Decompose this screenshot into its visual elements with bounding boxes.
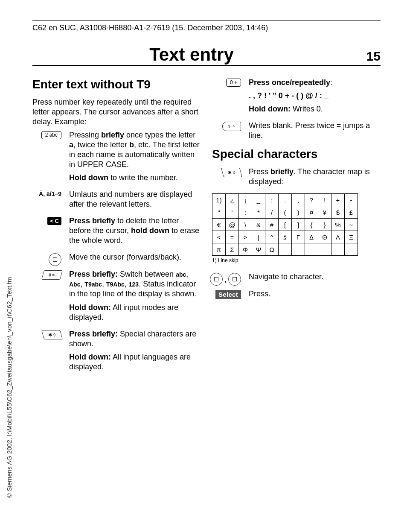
char-cell: Ω (265, 243, 279, 256)
char-cell: / (265, 206, 279, 219)
char-cell: ] (292, 219, 305, 231)
char-cell: & (252, 219, 265, 231)
char-cell: ~ (345, 219, 358, 231)
page-title: Text entry (32, 44, 351, 65)
row-1: Writes blank. Press twice = jumps a line… (249, 121, 381, 140)
row-umlaut: Umlauts and numbers are displayed after … (69, 190, 201, 209)
row-hash-1: Press briefly: Switch between abc, Abc, … (69, 269, 201, 299)
key-1: 1 ⚬ (222, 122, 241, 131)
char-table: 1)¿¡_;.,?!+-"':*/()¤¥$£€@\&#[]{}%~<=>|^§… (212, 193, 358, 256)
char-cell: 1) (212, 194, 226, 206)
umlaut-label: Ä, ä/1–9 (39, 190, 61, 197)
row-0-2: . , ? ! ' " 0 + - ( ) @ / : _ (249, 91, 381, 101)
h2-special: Special characters (212, 147, 381, 161)
nav-icons-pair: , (210, 273, 241, 286)
row-2abc-1: Pressing briefly once types the letter a… (69, 130, 201, 170)
char-cell: Ξ (345, 231, 358, 243)
key-2abc: 2 abc (41, 131, 61, 139)
row-0-3: Hold down: Writes 0. (249, 104, 381, 114)
char-cell: + (331, 194, 345, 206)
char-cell: ' (226, 206, 239, 219)
char-cell: ? (305, 194, 318, 206)
char-cell: ^ (265, 231, 279, 243)
char-cell (292, 243, 305, 256)
char-cell (331, 243, 345, 256)
char-cell: % (331, 219, 345, 231)
char-cell: ¡ (239, 194, 252, 206)
char-cell: | (252, 231, 265, 243)
nav-icon (49, 253, 61, 266)
star-key-right: ✱ ◊ (221, 168, 242, 177)
row-navigate: Navigate to character. (249, 272, 381, 282)
char-cell: ! (318, 194, 331, 206)
char-cell: , (292, 194, 305, 206)
copyright-line: © Siemens AG 2002, I:\Mobil\L55\C62_Zwei… (6, 277, 13, 498)
char-cell: # (265, 219, 279, 231)
char-cell: } (318, 219, 331, 231)
star-key-left: ✱ ◊ (41, 330, 63, 339)
char-cell: < (212, 231, 226, 243)
h2-enter-text: Enter text without T9 (32, 78, 201, 91)
page-number: 15 (359, 49, 381, 64)
char-cell: § (279, 231, 292, 243)
char-cell (318, 243, 331, 256)
char-cell: ¤ (305, 206, 318, 219)
char-cell: ; (265, 194, 279, 206)
char-cell: π (212, 243, 226, 256)
char-cell: Θ (318, 231, 331, 243)
char-cell: [ (279, 219, 292, 231)
char-cell: " (212, 206, 226, 219)
footnote: 1) Line skip (212, 257, 381, 263)
row-2abc-2: Hold down to write the number. (69, 173, 201, 183)
char-cell: ¿ (226, 194, 239, 206)
row-special: Press briefly. The character map is disp… (249, 167, 381, 187)
select-softkey: Select (215, 290, 241, 299)
char-cell: - (345, 194, 358, 206)
char-cell: $ (331, 206, 345, 219)
char-cell: . (279, 194, 292, 206)
char-cell (345, 243, 358, 256)
title-row: Text entry 15 (32, 44, 381, 66)
row-hash-2: Hold down: All input modes are displayed… (69, 303, 201, 322)
char-cell: ( (279, 206, 292, 219)
char-cell (305, 243, 318, 256)
char-cell: { (305, 219, 318, 231)
row-nav: Move the cursor (forwards/back). (69, 252, 201, 262)
char-cell: Σ (226, 243, 239, 256)
char-cell: Φ (239, 243, 252, 256)
char-cell: * (252, 206, 265, 219)
right-column: 0 + Press once/repeatedly: . , ? ! ' " 0… (212, 78, 381, 379)
key-0plus: 0 + (226, 79, 241, 87)
char-cell: \ (239, 219, 252, 231)
nav-icon (210, 273, 223, 286)
row-press: Press. (249, 289, 381, 299)
hash-key: #✶ (41, 270, 63, 280)
row-star-1: Press briefly: Special characters are sh… (69, 329, 201, 349)
char-cell (279, 243, 292, 256)
row-star-2: Hold down: All input languages are displ… (69, 352, 201, 372)
row-0-1: Press once/repeatedly: (249, 78, 381, 88)
char-cell: > (239, 231, 252, 243)
char-cell: ¥ (318, 206, 331, 219)
page-header: C62 en SUG, A31008-H6880-A1-2-7619 (15. … (32, 23, 381, 32)
header-rule (32, 20, 381, 21)
char-cell: _ (252, 194, 265, 206)
intro-para: Press number key repeatedly until the re… (32, 97, 201, 127)
nav-icon (228, 273, 241, 286)
clear-key: < C (47, 217, 61, 225)
char-cell: Γ (292, 231, 305, 243)
char-cell: £ (345, 206, 358, 219)
row-clear: Press briefly to delete the letter befor… (69, 216, 201, 246)
left-column: Enter text without T9 Press number key r… (32, 78, 201, 379)
char-cell: Ψ (252, 243, 265, 256)
char-cell: = (226, 231, 239, 243)
char-cell: Λ (331, 231, 345, 243)
char-cell: Δ (305, 231, 318, 243)
char-cell: @ (226, 219, 239, 231)
char-cell: ) (292, 206, 305, 219)
char-cell: € (212, 219, 226, 231)
char-cell: : (239, 206, 252, 219)
